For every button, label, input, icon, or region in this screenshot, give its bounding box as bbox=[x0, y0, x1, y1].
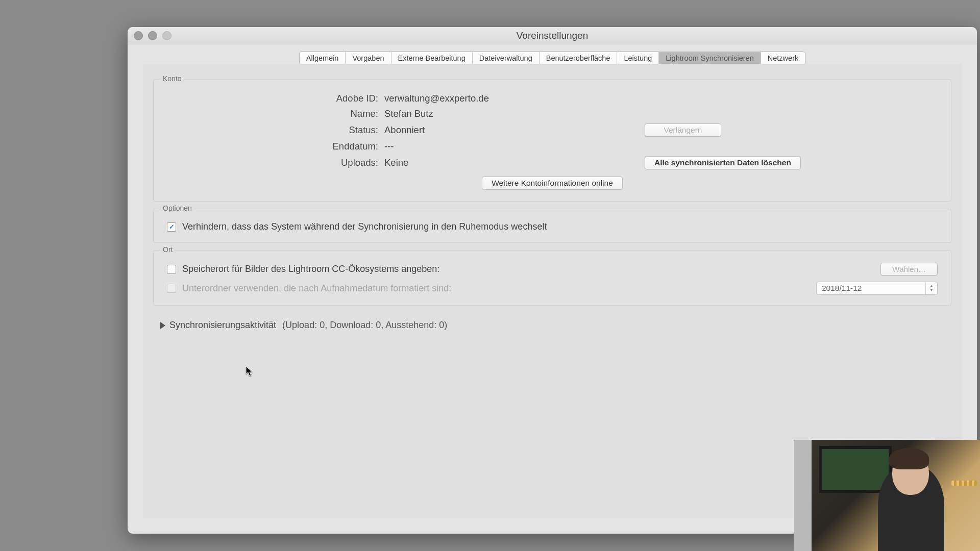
tab-netzwerk[interactable]: Netzwerk bbox=[761, 52, 805, 64]
minimize-icon[interactable] bbox=[148, 31, 157, 40]
uploads-label: Uploads: bbox=[169, 157, 384, 168]
sync-activity-counts: (Upload: 0, Download: 0, Ausstehend: 0) bbox=[282, 320, 447, 331]
tab-vorgaben[interactable]: Vorgaben bbox=[346, 52, 391, 64]
konto-group-label: Konto bbox=[161, 74, 184, 83]
use-subfolders-label: Unterordner verwenden, die nach Aufnahme… bbox=[182, 283, 451, 294]
titlebar: Voreinstellungen bbox=[128, 27, 977, 44]
specify-location-label: Speicherort für Bilder des Lightroom CC-… bbox=[182, 264, 439, 274]
window-title: Voreinstellungen bbox=[517, 30, 589, 41]
use-subfolders-checkbox bbox=[167, 284, 176, 293]
tab-dateiverwaltung[interactable]: Dateiverwaltung bbox=[473, 52, 540, 64]
status-label: Status: bbox=[169, 124, 384, 136]
tab-benutzeroberflaeche[interactable]: Benutzeroberfläche bbox=[540, 52, 618, 64]
prevent-sleep-label: Verhindern, dass das System während der … bbox=[182, 221, 547, 232]
delete-sync-data-button[interactable]: Alle synchronisierten Daten löschen bbox=[645, 156, 801, 169]
optionen-group-label: Optionen bbox=[161, 204, 194, 212]
close-icon[interactable] bbox=[134, 31, 143, 40]
sync-activity-label: Synchronisierungsaktivität bbox=[169, 320, 276, 331]
choose-location-button: Wählen… bbox=[880, 263, 938, 276]
webcam-overlay bbox=[794, 440, 980, 551]
optionen-group: Optionen Verhindern, dass das System wäh… bbox=[153, 209, 951, 243]
date-format-select: 2018/11-12 ▲▼ bbox=[816, 282, 938, 295]
tab-leistung[interactable]: Leistung bbox=[617, 52, 659, 64]
specify-location-checkbox[interactable] bbox=[167, 265, 176, 274]
tab-strip: Allgemein Vorgaben Externe Bearbeitung D… bbox=[299, 52, 805, 65]
sync-activity-disclosure[interactable]: Synchronisierungsaktivität (Upload: 0, D… bbox=[160, 320, 962, 331]
adobe-id-label: Adobe ID: bbox=[169, 93, 384, 104]
adobe-id-value: verwaltung@exxperto.de bbox=[384, 93, 578, 104]
status-value: Abonniert bbox=[384, 124, 578, 136]
enddatum-value: --- bbox=[384, 141, 578, 152]
disclosure-triangle-icon bbox=[160, 322, 165, 329]
konto-group: Konto Adobe ID: verwaltung@exxperto.de N… bbox=[153, 79, 951, 202]
name-value: Stefan Butz bbox=[384, 108, 578, 119]
chevron-up-down-icon: ▲▼ bbox=[925, 282, 937, 294]
renew-button: Verlängern bbox=[645, 123, 721, 137]
ort-group-label: Ort bbox=[161, 245, 175, 254]
tab-externe-bearbeitung[interactable]: Externe Bearbeitung bbox=[391, 52, 473, 64]
enddatum-label: Enddatum: bbox=[169, 141, 384, 152]
more-account-info-button[interactable]: Weitere Kontoinformationen online bbox=[482, 177, 623, 190]
date-format-value: 2018/11-12 bbox=[822, 284, 862, 293]
ort-group: Ort Speicherort für Bilder des Lightroom… bbox=[153, 250, 951, 306]
uploads-value: Keine bbox=[384, 157, 578, 168]
prevent-sleep-checkbox[interactable] bbox=[167, 222, 176, 232]
tab-lightroom-sync[interactable]: Lightroom Synchronisieren bbox=[659, 52, 761, 64]
window-controls bbox=[134, 27, 172, 44]
zoom-icon bbox=[162, 31, 172, 40]
tab-allgemein[interactable]: Allgemein bbox=[300, 52, 346, 64]
name-label: Name: bbox=[169, 108, 384, 119]
